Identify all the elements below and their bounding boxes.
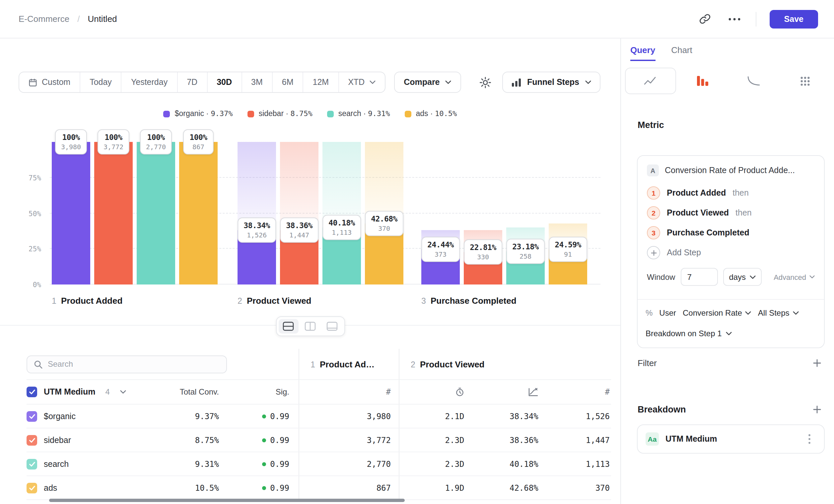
conversion-bar <box>137 142 175 284</box>
window-value-input[interactable] <box>680 268 718 286</box>
bar-sidebar-step-2[interactable]: 38.36%1,447 <box>280 142 319 284</box>
step1-count: 3,980 <box>367 412 391 421</box>
metric-step-1[interactable]: 1Product Addedthen <box>647 183 815 203</box>
measure-type-select[interactable]: Conversion Rate <box>683 308 751 317</box>
table-header-groups: 1 Product Added 2 Product Viewed <box>26 349 611 379</box>
date-range-12m[interactable]: 12M <box>304 72 339 92</box>
toolbar-right: Funnel Steps <box>479 72 600 93</box>
bar-sidebar-step-3[interactable]: 22.81%330 <box>464 142 502 284</box>
metric-step-2[interactable]: 2Product Viewedthen <box>647 203 815 223</box>
breakdown-column-header: UTM Medium4 <box>26 387 153 397</box>
bar-value-callout: 42.68%370 <box>365 211 403 236</box>
bar-$organic-step-1[interactable]: 100%3,980 <box>52 142 90 284</box>
string-property-icon: Aa <box>645 432 659 445</box>
add-step-label: Add Step <box>667 248 701 257</box>
count-column-icon[interactable]: # <box>605 387 610 396</box>
bar-ads-step-2[interactable]: 42.68%370 <box>365 142 403 284</box>
chart-type-line-chart[interactable] <box>625 68 676 94</box>
save-button[interactable]: Save <box>770 9 818 28</box>
table-row-ads[interactable]: ads 10.5% 0.99 867 1.9D 42.68% 370 <box>26 476 611 500</box>
legend-item-$organic[interactable]: $organic · 9.37% <box>163 109 233 118</box>
split-vertical-icon[interactable] <box>300 319 320 334</box>
add-step-button[interactable]: Add Step <box>647 243 815 262</box>
bottom-panel-icon[interactable] <box>322 319 342 334</box>
kebab-menu-icon[interactable] <box>803 432 816 445</box>
bar-value-callout: 38.34%1,526 <box>238 217 276 243</box>
breakdown-scope-select[interactable]: Breakdown on Step 1 <box>645 323 816 344</box>
time-to-convert-icon[interactable] <box>455 387 464 396</box>
row-checkbox[interactable] <box>26 482 37 493</box>
bar-search-step-1[interactable]: 100%2,770 <box>137 142 175 284</box>
conversion-bar <box>94 142 133 284</box>
table-row-search[interactable]: search 9.31% 0.99 2,770 2.3D 40.18% 1,11… <box>26 452 611 476</box>
legend-item-sidebar[interactable]: sidebar · 8.75% <box>247 109 312 118</box>
chart-type-retention-chart[interactable] <box>729 68 778 94</box>
bar-search-step-3[interactable]: 23.18%258 <box>506 142 545 284</box>
chart-mode-button[interactable]: Funnel Steps <box>502 72 600 93</box>
legend-item-ads[interactable]: ads · 10.5% <box>405 109 457 118</box>
step2-median-time: 1.9D <box>445 483 464 492</box>
more-options-icon[interactable] <box>726 11 742 27</box>
bar-$organic-step-3[interactable]: 24.44%373 <box>421 142 460 284</box>
date-range-3m[interactable]: 3M <box>242 72 273 92</box>
count-column-icon[interactable]: # <box>386 387 391 396</box>
date-range-today[interactable]: Today <box>80 72 122 92</box>
advanced-toggle[interactable]: Advanced <box>774 273 815 281</box>
date-range-30d[interactable]: 30D <box>207 72 242 92</box>
tab-chart[interactable]: Chart <box>671 45 692 61</box>
bar-search-step-2[interactable]: 40.18%1,113 <box>323 142 361 284</box>
measure-scope-select[interactable]: All Steps <box>758 308 799 317</box>
measure-type-label: Conversion Rate <box>683 308 742 317</box>
bar-ads-step-3[interactable]: 24.59%91 <box>549 142 587 284</box>
chevron-down-icon[interactable] <box>120 390 126 394</box>
bar-ads-step-1[interactable]: 100%867 <box>179 142 218 284</box>
date-range-yesterday[interactable]: Yesterday <box>122 72 177 92</box>
metric-badge: A <box>647 164 659 177</box>
table-row-$organic[interactable]: $organic 9.37% 0.99 3,980 2.1D 38.34% 1,… <box>26 405 611 428</box>
row-checkbox[interactable] <box>26 459 37 469</box>
bar-value-callout: 40.18%1,113 <box>323 214 361 240</box>
gear-icon[interactable] <box>479 76 491 89</box>
select-all-checkbox[interactable] <box>26 387 37 397</box>
y-axis-tick: 25% <box>28 245 41 253</box>
horizontal-scrollbar[interactable] <box>49 499 405 502</box>
breakdown-value: $organic <box>44 412 75 421</box>
tab-query[interactable]: Query <box>630 45 655 61</box>
breakdown-property-card[interactable]: Aa UTM Medium <box>637 425 825 454</box>
measure-entity[interactable]: User <box>659 308 676 317</box>
legend-item-search[interactable]: search · 9.31% <box>327 109 390 118</box>
funnel-step-labels: 1Product Added2Product Viewed3Purchase C… <box>50 296 600 308</box>
search-input[interactable] <box>48 360 220 369</box>
date-range-custom[interactable]: Custom <box>19 72 80 92</box>
metric-step-3[interactable]: 3Purchase Completed <box>647 223 815 243</box>
step-number-badge: 3 <box>647 226 660 239</box>
conversion-chart-icon[interactable] <box>528 387 539 396</box>
add-breakdown-icon[interactable] <box>810 403 824 416</box>
bar-value-callout: 22.81%330 <box>464 239 502 265</box>
row-checkbox[interactable] <box>26 411 37 421</box>
add-filter-icon[interactable] <box>810 356 824 369</box>
split-horizontal-icon[interactable] <box>278 319 298 334</box>
date-range-6m[interactable]: 6M <box>273 72 304 92</box>
date-range-7d[interactable]: 7D <box>177 72 207 92</box>
date-range-xtd[interactable]: XTD <box>339 72 385 92</box>
breadcrumb-title[interactable]: Untitled <box>88 14 117 24</box>
table-row-sidebar[interactable]: sidebar 8.75% 0.99 3,772 2.3D 38.36% 1,4… <box>26 428 611 452</box>
step-number-badge: 1 <box>647 186 660 200</box>
bar-$organic-step-2[interactable]: 38.34%1,526 <box>238 142 276 284</box>
share-link-icon[interactable] <box>697 11 713 27</box>
row-checkbox[interactable] <box>26 435 37 445</box>
chart-type-matrix-chart[interactable] <box>781 68 830 94</box>
bar-value-callout: 100%3,772 <box>97 129 129 155</box>
compare-button[interactable]: Compare <box>394 72 461 93</box>
chart-type-funnel-chart[interactable] <box>678 68 727 94</box>
bar-value-callout: 24.59%91 <box>549 237 587 262</box>
search-box[interactable] <box>26 355 227 373</box>
date-range-picker: CustomTodayYesterday7D30D3M6M12MXTD <box>19 72 385 93</box>
window-unit-select[interactable]: days <box>723 268 762 286</box>
header-step1: # <box>299 380 399 404</box>
breadcrumb-folder[interactable]: E-Commerce <box>19 14 69 24</box>
step-number: 2 <box>238 296 242 306</box>
bar-sidebar-step-1[interactable]: 100%3,772 <box>94 142 133 284</box>
metric-title-row[interactable]: A Conversion Rate of Product Adde... <box>647 164 815 177</box>
